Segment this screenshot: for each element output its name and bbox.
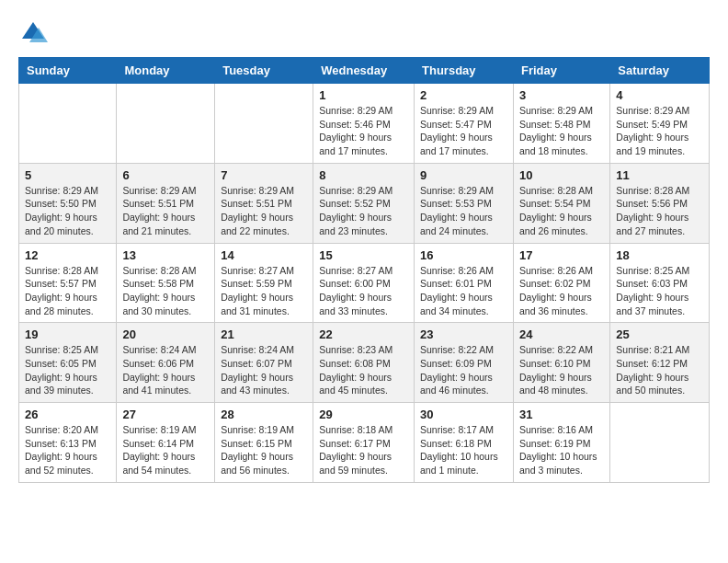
day-cell: 29Sunrise: 8:18 AM Sunset: 6:17 PM Dayli… xyxy=(313,403,415,483)
day-info: Sunrise: 8:22 AM Sunset: 6:10 PM Dayligh… xyxy=(519,343,604,397)
day-cell: 16Sunrise: 8:26 AM Sunset: 6:01 PM Dayli… xyxy=(415,243,514,323)
week-row-3: 12Sunrise: 8:28 AM Sunset: 5:57 PM Dayli… xyxy=(19,243,710,323)
week-row-1: 1Sunrise: 8:29 AM Sunset: 5:46 PM Daylig… xyxy=(19,84,710,164)
day-cell: 11Sunrise: 8:28 AM Sunset: 5:56 PM Dayli… xyxy=(610,163,710,243)
day-info: Sunrise: 8:22 AM Sunset: 6:09 PM Dayligh… xyxy=(420,343,507,397)
day-number: 24 xyxy=(519,327,604,341)
day-cell: 3Sunrise: 8:29 AM Sunset: 5:48 PM Daylig… xyxy=(513,84,609,164)
day-number: 4 xyxy=(616,88,703,102)
day-info: Sunrise: 8:29 AM Sunset: 5:48 PM Dayligh… xyxy=(519,104,604,158)
day-number: 22 xyxy=(319,327,408,341)
header-monday: Monday xyxy=(117,58,215,84)
header-thursday: Thursday xyxy=(415,58,514,84)
day-number: 14 xyxy=(221,248,307,262)
day-number: 8 xyxy=(319,168,408,182)
day-number: 19 xyxy=(25,327,110,341)
day-number: 13 xyxy=(122,248,209,262)
day-number: 28 xyxy=(221,408,307,421)
day-info: Sunrise: 8:27 AM Sunset: 6:00 PM Dayligh… xyxy=(319,264,408,318)
day-number: 11 xyxy=(616,168,703,182)
header-sunday: Sunday xyxy=(19,58,117,84)
day-info: Sunrise: 8:28 AM Sunset: 5:56 PM Dayligh… xyxy=(616,184,703,238)
logo-icon xyxy=(18,18,48,48)
day-cell: 22Sunrise: 8:23 AM Sunset: 6:08 PM Dayli… xyxy=(313,323,415,403)
day-cell: 17Sunrise: 8:26 AM Sunset: 6:02 PM Dayli… xyxy=(513,243,609,323)
day-info: Sunrise: 8:25 AM Sunset: 6:03 PM Dayligh… xyxy=(616,264,703,318)
day-info: Sunrise: 8:18 AM Sunset: 6:17 PM Dayligh… xyxy=(319,423,408,477)
day-info: Sunrise: 8:16 AM Sunset: 6:19 PM Dayligh… xyxy=(519,423,604,477)
day-number: 10 xyxy=(519,168,604,182)
day-info: Sunrise: 8:20 AM Sunset: 6:13 PM Dayligh… xyxy=(25,423,110,477)
day-cell: 31Sunrise: 8:16 AM Sunset: 6:19 PM Dayli… xyxy=(513,403,609,483)
header-row: SundayMondayTuesdayWednesdayThursdayFrid… xyxy=(19,58,710,84)
header-saturday: Saturday xyxy=(610,58,710,84)
day-cell: 27Sunrise: 8:19 AM Sunset: 6:14 PM Dayli… xyxy=(117,403,215,483)
day-cell: 13Sunrise: 8:28 AM Sunset: 5:58 PM Dayli… xyxy=(117,243,215,323)
day-cell xyxy=(19,84,117,164)
day-cell: 12Sunrise: 8:28 AM Sunset: 5:57 PM Dayli… xyxy=(19,243,117,323)
day-number: 29 xyxy=(319,408,408,421)
day-info: Sunrise: 8:26 AM Sunset: 6:01 PM Dayligh… xyxy=(420,264,507,318)
day-info: Sunrise: 8:28 AM Sunset: 5:57 PM Dayligh… xyxy=(25,264,110,318)
day-info: Sunrise: 8:21 AM Sunset: 6:12 PM Dayligh… xyxy=(616,343,703,397)
day-cell xyxy=(117,84,215,164)
page-header xyxy=(18,18,710,48)
day-number: 20 xyxy=(122,327,209,341)
day-number: 12 xyxy=(25,248,110,262)
day-info: Sunrise: 8:25 AM Sunset: 6:05 PM Dayligh… xyxy=(25,343,110,397)
day-number: 1 xyxy=(319,88,408,102)
day-info: Sunrise: 8:23 AM Sunset: 6:08 PM Dayligh… xyxy=(319,343,408,397)
header-wednesday: Wednesday xyxy=(313,58,415,84)
day-cell: 30Sunrise: 8:17 AM Sunset: 6:18 PM Dayli… xyxy=(415,403,514,483)
logo xyxy=(18,18,51,48)
header-tuesday: Tuesday xyxy=(215,58,313,84)
day-cell: 28Sunrise: 8:19 AM Sunset: 6:15 PM Dayli… xyxy=(215,403,313,483)
day-info: Sunrise: 8:19 AM Sunset: 6:14 PM Dayligh… xyxy=(122,423,209,477)
day-info: Sunrise: 8:28 AM Sunset: 5:54 PM Dayligh… xyxy=(519,184,604,238)
day-number: 2 xyxy=(420,88,507,102)
day-number: 21 xyxy=(221,327,307,341)
day-cell: 23Sunrise: 8:22 AM Sunset: 6:09 PM Dayli… xyxy=(415,323,514,403)
day-cell: 26Sunrise: 8:20 AM Sunset: 6:13 PM Dayli… xyxy=(19,403,117,483)
day-number: 31 xyxy=(519,408,604,421)
day-cell: 9Sunrise: 8:29 AM Sunset: 5:53 PM Daylig… xyxy=(415,163,514,243)
day-info: Sunrise: 8:27 AM Sunset: 5:59 PM Dayligh… xyxy=(221,264,307,318)
day-number: 15 xyxy=(319,248,408,262)
week-row-5: 26Sunrise: 8:20 AM Sunset: 6:13 PM Dayli… xyxy=(19,403,710,483)
header-friday: Friday xyxy=(513,58,609,84)
day-cell: 18Sunrise: 8:25 AM Sunset: 6:03 PM Dayli… xyxy=(610,243,710,323)
day-number: 6 xyxy=(122,168,209,182)
calendar-table: SundayMondayTuesdayWednesdayThursdayFrid… xyxy=(18,57,710,483)
day-info: Sunrise: 8:26 AM Sunset: 6:02 PM Dayligh… xyxy=(519,264,604,318)
week-row-4: 19Sunrise: 8:25 AM Sunset: 6:05 PM Dayli… xyxy=(19,323,710,403)
day-cell: 1Sunrise: 8:29 AM Sunset: 5:46 PM Daylig… xyxy=(313,84,415,164)
day-info: Sunrise: 8:29 AM Sunset: 5:46 PM Dayligh… xyxy=(319,104,408,158)
day-number: 18 xyxy=(616,248,703,262)
day-cell: 20Sunrise: 8:24 AM Sunset: 6:06 PM Dayli… xyxy=(117,323,215,403)
day-number: 27 xyxy=(122,408,209,421)
day-info: Sunrise: 8:24 AM Sunset: 6:06 PM Dayligh… xyxy=(122,343,209,397)
day-number: 16 xyxy=(420,248,507,262)
day-cell: 19Sunrise: 8:25 AM Sunset: 6:05 PM Dayli… xyxy=(19,323,117,403)
day-cell: 8Sunrise: 8:29 AM Sunset: 5:52 PM Daylig… xyxy=(313,163,415,243)
day-number: 26 xyxy=(25,408,110,421)
day-cell: 21Sunrise: 8:24 AM Sunset: 6:07 PM Dayli… xyxy=(215,323,313,403)
day-cell: 6Sunrise: 8:29 AM Sunset: 5:51 PM Daylig… xyxy=(117,163,215,243)
day-info: Sunrise: 8:29 AM Sunset: 5:47 PM Dayligh… xyxy=(420,104,507,158)
day-cell: 15Sunrise: 8:27 AM Sunset: 6:00 PM Dayli… xyxy=(313,243,415,323)
day-number: 3 xyxy=(519,88,604,102)
day-info: Sunrise: 8:29 AM Sunset: 5:51 PM Dayligh… xyxy=(122,184,209,238)
day-cell xyxy=(610,403,710,483)
day-number: 17 xyxy=(519,248,604,262)
day-cell: 25Sunrise: 8:21 AM Sunset: 6:12 PM Dayli… xyxy=(610,323,710,403)
day-info: Sunrise: 8:24 AM Sunset: 6:07 PM Dayligh… xyxy=(221,343,307,397)
day-cell: 2Sunrise: 8:29 AM Sunset: 5:47 PM Daylig… xyxy=(415,84,514,164)
day-cell: 4Sunrise: 8:29 AM Sunset: 5:49 PM Daylig… xyxy=(610,84,710,164)
day-number: 5 xyxy=(25,168,110,182)
day-info: Sunrise: 8:28 AM Sunset: 5:58 PM Dayligh… xyxy=(122,264,209,318)
day-info: Sunrise: 8:19 AM Sunset: 6:15 PM Dayligh… xyxy=(221,423,307,477)
day-cell: 10Sunrise: 8:28 AM Sunset: 5:54 PM Dayli… xyxy=(513,163,609,243)
day-info: Sunrise: 8:29 AM Sunset: 5:49 PM Dayligh… xyxy=(616,104,703,158)
day-number: 25 xyxy=(616,327,703,341)
day-number: 23 xyxy=(420,327,507,341)
